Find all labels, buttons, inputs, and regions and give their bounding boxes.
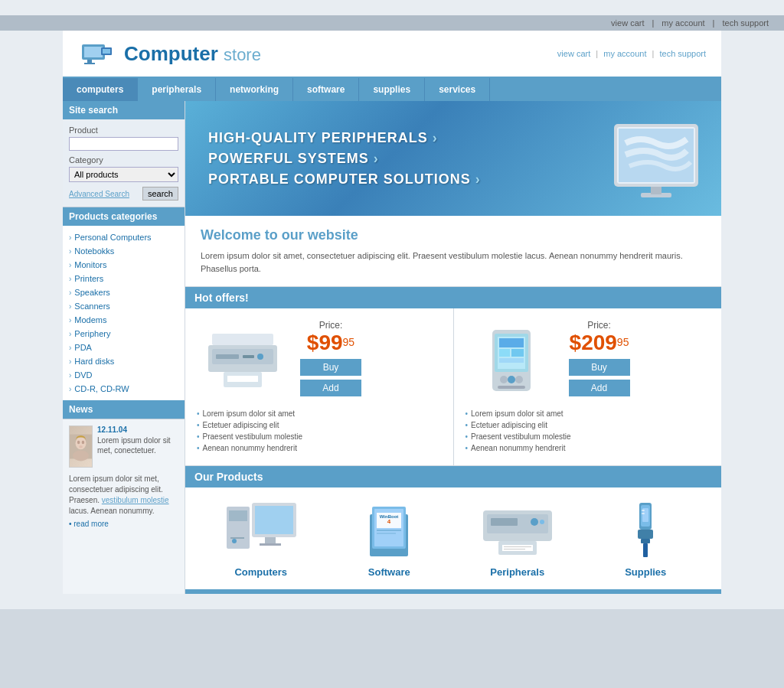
news-body: Lorem ipsum dolor sit met, consectetuer … <box>69 474 178 517</box>
svg-rect-17 <box>212 334 273 345</box>
cat-periphery[interactable]: ›Periphery <box>63 327 185 341</box>
product-peripherals[interactable]: Peripherals <box>453 499 582 578</box>
svg-point-33 <box>508 376 515 383</box>
category-label: Category <box>69 155 178 165</box>
top-bar: view cart | my account | tech support <box>0 15 784 31</box>
offer1-price-label: Price: <box>300 320 361 331</box>
search-title: Site search <box>63 101 185 119</box>
nav-services[interactable]: services <box>425 78 490 101</box>
offer2-buy-button[interactable]: Buy <box>569 359 630 376</box>
news-text-area: 12.11.04 Lorem ipsum dolor sit met, cone… <box>97 426 178 468</box>
top-my-account[interactable]: my account <box>662 18 704 28</box>
top-tech-support[interactable]: tech support <box>722 18 769 28</box>
svg-point-34 <box>515 376 523 383</box>
cat-printers[interactable]: ›Printers <box>63 272 185 285</box>
product-computers-label: Computers <box>197 566 325 578</box>
arrow-icon: › <box>69 330 71 338</box>
offer2-features: Lorem ipsum dolor sit amet Ectetuer adip… <box>466 408 710 454</box>
news-image <box>69 426 93 468</box>
svg-rect-2 <box>87 60 92 63</box>
categories-section: Products categories ›Personal Computers … <box>63 207 185 400</box>
top-view-cart[interactable]: view cart <box>611 18 644 28</box>
nav-supplies[interactable]: supplies <box>359 78 425 101</box>
welcome-section: Welcome to our website Lorem ipsum dolor… <box>185 216 721 287</box>
offer1-price-main: $99 <box>307 331 343 354</box>
svg-rect-3 <box>84 63 95 64</box>
svg-rect-66 <box>643 543 648 557</box>
search-button[interactable]: search <box>142 187 178 201</box>
my-account-link[interactable]: my account <box>603 49 646 58</box>
search-box: Product Category All productsComputersPe… <box>63 119 185 207</box>
banner-line1: HIGH-QUALITY PERIPHERALS › <box>208 128 481 148</box>
offer1-feature-4: Aenean nonummy hendrerit <box>197 442 442 454</box>
arrow-icon: › <box>69 261 71 269</box>
svg-point-11 <box>79 445 83 448</box>
offer1-feature-2: Ectetuer adipiscing elit <box>197 419 442 431</box>
news-short-text: Lorem ipsum dolor sit met, conectetuer. <box>97 435 178 455</box>
product-software[interactable]: WinBoot 4 Software <box>325 499 454 578</box>
offer1-price: $9995 <box>300 331 361 355</box>
search-row: Advanced Search search <box>69 187 178 201</box>
news-highlight[interactable]: vestibulum molestie <box>102 496 169 504</box>
offer1-feature-3: Praesent vestibulum molestie <box>197 431 442 442</box>
category-select[interactable]: All productsComputersPeripheralsSoftware… <box>69 167 178 182</box>
offer2-feature-4: Aenean nonummy hendrerit <box>466 442 710 454</box>
svg-point-8 <box>73 450 89 461</box>
svg-rect-65 <box>641 539 650 543</box>
offer1-add-button[interactable]: Add <box>300 380 361 396</box>
cat-pda[interactable]: ›PDA <box>63 341 185 354</box>
arrow-icon: › <box>69 233 71 242</box>
cat-monitors[interactable]: ›Monitors <box>63 258 185 272</box>
tech-support-link[interactable]: tech support <box>659 49 706 58</box>
cat-notebokks[interactable]: ›Notebokks <box>63 244 185 258</box>
news-body-text2: lacus. Aenean nonummy. <box>69 507 155 515</box>
svg-rect-20 <box>216 354 239 359</box>
nav-networking[interactable]: networking <box>216 78 293 101</box>
nav-peripherals[interactable]: peripherals <box>138 78 216 101</box>
offer2-feature-2: Ectetuer adipiscing elit <box>466 419 710 431</box>
news-item: 12.11.04 Lorem ipsum dolor sit met, cone… <box>69 426 178 468</box>
printer-icon <box>201 330 285 391</box>
offer-item-1: Price: $9995 Buy Add Lorem ipsum dolor s… <box>185 308 454 465</box>
svg-rect-67 <box>642 510 645 511</box>
news-date: 12.11.04 <box>97 426 178 434</box>
view-cart-link[interactable]: view cart <box>557 49 590 58</box>
svg-rect-51 <box>377 533 396 534</box>
cat-hard-disks[interactable]: ›Hard disks <box>63 354 185 368</box>
product-computers[interactable]: Computers <box>197 499 325 578</box>
cat-dvd[interactable]: ›DVD <box>63 368 185 382</box>
svg-rect-41 <box>255 506 293 534</box>
category-list: ›Personal Computers ›Notebokks ›Monitors… <box>63 226 185 400</box>
offer2-price-cents: 95 <box>617 336 629 348</box>
cat-speakers[interactable]: ›Speakers <box>63 285 185 299</box>
nav-software[interactable]: software <box>293 78 359 101</box>
offer1-image <box>197 326 289 395</box>
cat-scanners[interactable]: ›Scanners <box>63 299 185 313</box>
banner-arrow1: › <box>433 128 438 148</box>
categories-title: Products categories <box>63 207 185 226</box>
svg-rect-43 <box>260 543 281 546</box>
offer2-feature-3: Praesent vestibulum molestie <box>466 431 710 442</box>
arrow-icon: › <box>69 385 71 393</box>
svg-rect-28 <box>499 338 524 347</box>
svg-point-38 <box>232 539 237 543</box>
cat-cdr[interactable]: ›CD-R, CD-RW <box>63 382 185 396</box>
offer2-add-button[interactable]: Add <box>569 380 630 396</box>
banner-line2: POWERFUL SYSTEMS › <box>208 148 481 169</box>
advanced-search-link[interactable]: Advanced Search <box>69 190 129 198</box>
svg-rect-37 <box>229 510 247 521</box>
supplies-icon <box>622 499 668 560</box>
offer1-buy-button[interactable]: Buy <box>300 359 361 376</box>
svg-rect-39 <box>230 537 244 539</box>
header-links: view cart | my account | tech support <box>557 49 706 58</box>
svg-point-55 <box>531 518 538 526</box>
cat-personal-computers[interactable]: ›Personal Computers <box>63 230 185 244</box>
cat-modems[interactable]: ›Modems <box>63 313 185 327</box>
offer1-top: Price: $9995 Buy Add <box>197 320 442 400</box>
logo-icon <box>78 38 116 69</box>
logo-text: Computer store <box>124 42 261 66</box>
product-supplies[interactable]: Supplies <box>582 499 710 578</box>
read-more-link[interactable]: • read more <box>69 520 178 528</box>
product-search-input[interactable] <box>69 137 178 151</box>
nav-computers[interactable]: computers <box>63 78 138 101</box>
